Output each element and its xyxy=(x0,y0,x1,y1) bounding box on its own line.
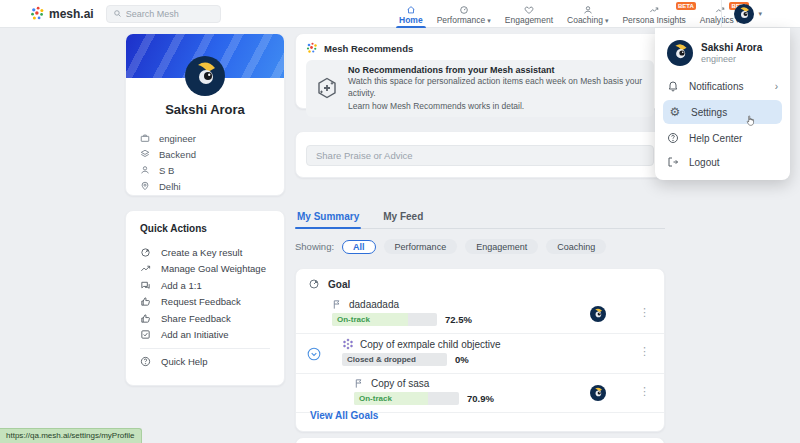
nav-label: Persona Insights xyxy=(622,15,685,26)
goal-title[interactable]: dadaadada xyxy=(349,299,399,310)
nav-home[interactable]: Home xyxy=(392,0,430,28)
showing-label: Showing: xyxy=(295,241,334,252)
user-menu-trigger[interactable]: ▾ xyxy=(721,0,762,28)
flag-icon xyxy=(354,378,365,389)
thumb-icon xyxy=(140,313,151,324)
nav-label: Engagement xyxy=(505,15,553,26)
filter-all[interactable]: All xyxy=(342,240,376,254)
nav-persona-insights[interactable]: BETA Persona Insights xyxy=(615,0,692,28)
layers-icon xyxy=(140,149,150,159)
trend-icon xyxy=(649,5,659,15)
chat-icon xyxy=(140,280,151,291)
chevron-right-icon: › xyxy=(775,81,778,92)
chevron-down-icon: ▾ xyxy=(605,15,609,26)
quick-action-request-feedback[interactable]: Request Feedback xyxy=(140,294,270,311)
kebab-menu-icon[interactable]: ⋮ xyxy=(639,345,650,358)
brand-logo[interactable]: mesh.ai xyxy=(30,6,94,21)
quick-action-label: Add a 1:1 xyxy=(161,280,202,291)
nav-engagement[interactable]: Engagement xyxy=(498,0,560,28)
divider xyxy=(140,348,270,349)
next-section-card xyxy=(295,437,665,443)
goal-title[interactable]: Copy of exmpale child objective xyxy=(360,339,501,350)
goal-owner-avatar[interactable] xyxy=(590,306,606,322)
progress-value: 0% xyxy=(455,354,469,365)
goal-title-row: Copy of exmpale child objective xyxy=(342,338,652,350)
profile-detail-row: engineer xyxy=(140,130,270,146)
status-badge: On-track xyxy=(354,392,459,405)
showing-filters: Showing: All Performance Engagement Coac… xyxy=(295,239,606,254)
menu-item-settings[interactable]: ⚙ Settings xyxy=(663,100,782,124)
quick-action-manage-goal-weightage[interactable]: Manage Goal Weightage xyxy=(140,261,270,278)
quick-action-quick-help[interactable]: Quick Help xyxy=(140,353,270,370)
menu-item-notifications[interactable]: Notifications › xyxy=(655,74,790,98)
tab-my-feed[interactable]: My Feed xyxy=(381,207,425,228)
quick-action-label: Manage Goal Weightage xyxy=(161,263,266,274)
menu-item-label: Logout xyxy=(689,157,720,168)
quick-action-label: Request Feedback xyxy=(161,296,241,307)
user-avatar[interactable] xyxy=(185,56,225,96)
help-icon xyxy=(140,356,151,367)
detail-label: engineer xyxy=(159,133,196,144)
gear-icon: ⚙ xyxy=(669,106,681,118)
menu-item-label: Settings xyxy=(691,107,727,118)
detail-label: Backend xyxy=(159,149,196,160)
goal-row[interactable]: dadaadada On-track 72.5% ⋮ xyxy=(296,295,664,334)
nav-performance[interactable]: Performance▾ xyxy=(430,0,498,28)
browser-status-url: https://qa.mesh.ai/settings/myProfile xyxy=(0,428,142,443)
quick-actions-list: Create a Key result Manage Goal Weightag… xyxy=(140,244,270,343)
quick-action-share-feedback[interactable]: Share Feedback xyxy=(140,310,270,327)
progress-value: 70.9% xyxy=(467,393,494,404)
person-icon xyxy=(140,165,150,175)
search-input[interactable] xyxy=(126,9,214,19)
progress-track: On-track xyxy=(332,313,437,326)
quick-action-create-key-result[interactable]: Create a Key result xyxy=(140,244,270,261)
filter-coaching[interactable]: Coaching xyxy=(546,239,606,254)
menu-item-logout[interactable]: Logout xyxy=(655,150,790,174)
profile-card: Sakshi Arora engineer Backend S B Delhi xyxy=(125,33,285,196)
goal-header-label: Goal xyxy=(328,279,350,290)
recommends-body-line2[interactable]: Learn how Mesh Recommends works in detai… xyxy=(348,100,645,112)
expand-toggle-icon[interactable] xyxy=(307,347,321,361)
user-avatar xyxy=(734,4,754,24)
goal-row[interactable]: Copy of exmpale child objective Closed &… xyxy=(296,334,664,374)
praise-input[interactable] xyxy=(306,145,654,166)
sparkle-hexagon-icon xyxy=(315,76,339,100)
logout-icon xyxy=(667,156,679,168)
goal-row[interactable]: Copy of sasa On-track 70.9% ⋮ xyxy=(296,374,664,413)
goal-section-header: Goal xyxy=(296,269,664,295)
kebab-menu-icon[interactable]: ⋮ xyxy=(639,306,650,319)
dropdown-user-role: engineer xyxy=(701,54,762,64)
nav-label: Performance xyxy=(437,15,486,26)
person-icon xyxy=(583,5,593,15)
user-dropdown-menu: Sakshi Arora engineer Notifications › ⚙ … xyxy=(655,28,790,180)
thumb-icon xyxy=(140,296,151,307)
kebab-menu-icon[interactable]: ⋮ xyxy=(639,385,650,398)
nav-coaching[interactable]: Coaching▾ xyxy=(560,0,615,28)
quick-actions-title: Quick Actions xyxy=(140,223,270,234)
goal-owner-avatar[interactable] xyxy=(590,385,606,401)
mesh-recommends-card: Mesh Recommends No Recommendations from … xyxy=(295,33,665,109)
main-nav: Home Performance▾ Engagement Coaching▾ B… xyxy=(392,0,746,28)
quick-action-label: Create a Key result xyxy=(161,247,242,258)
profile-details: engineer Backend S B Delhi xyxy=(140,130,270,194)
global-search[interactable] xyxy=(106,5,221,23)
recommends-text: No Recommendations from your Mesh assist… xyxy=(348,65,645,112)
user-avatar xyxy=(667,40,693,66)
recommends-heading: No Recommendations from your Mesh assist… xyxy=(348,65,645,75)
recommends-empty-state: No Recommendations from your Mesh assist… xyxy=(306,60,654,117)
menu-item-label: Notifications xyxy=(689,81,743,92)
profile-name: Sakshi Arora xyxy=(126,102,284,117)
menu-item-help-center[interactable]: Help Center xyxy=(655,126,790,150)
goal-progress-row: On-track 70.9% xyxy=(354,392,652,405)
filter-engagement[interactable]: Engagement xyxy=(465,239,538,254)
filter-performance[interactable]: Performance xyxy=(384,239,458,254)
tab-my-summary[interactable]: My Summary xyxy=(295,207,361,228)
help-icon xyxy=(667,132,679,144)
trend-icon xyxy=(140,263,151,274)
profile-detail-row: Delhi xyxy=(140,178,270,194)
quick-action-label: Add an Initiative xyxy=(161,329,229,340)
view-all-goals-link[interactable]: View All Goals xyxy=(310,410,378,421)
goal-title[interactable]: Copy of sasa xyxy=(371,378,429,389)
quick-action-add-one-on-one[interactable]: Add a 1:1 xyxy=(140,277,270,294)
quick-action-add-initiative[interactable]: Add an Initiative xyxy=(140,327,270,344)
